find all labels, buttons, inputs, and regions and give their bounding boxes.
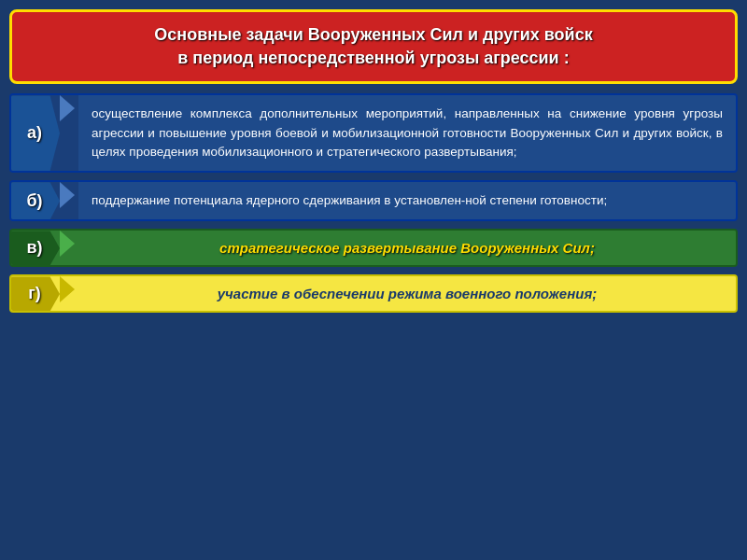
row-b-text: поддержание потенциала ядерного сдержива… [92, 191, 607, 210]
row-v-text: стратегическое развертывание Вооруженных… [92, 240, 723, 256]
arrow-g-icon [60, 276, 75, 302]
row-b: б) поддержание потенциала ядерного сдерж… [9, 180, 738, 221]
row-g-label: г) [11, 276, 60, 311]
row-a: а) осуществление комплекса дополнительны… [9, 93, 738, 173]
row-g: г) участие в обеспечении режима военного… [9, 274, 738, 313]
row-b-label: б) [11, 182, 60, 219]
title-text: Основные задачи Вооруженных Сил и других… [31, 23, 716, 70]
arrow-a-icon [60, 95, 75, 121]
row-v-content: стратегическое развертывание Вооруженных… [78, 231, 736, 265]
row-a-label: а) [11, 95, 60, 171]
row-v-label: в) [11, 231, 60, 265]
title-line1: Основные задачи Вооруженных Сил и других… [154, 25, 592, 44]
row-v: в) стратегическое развертывание Вооружен… [9, 229, 738, 267]
title-line2: в период непосредственной угрозы агресси… [177, 49, 569, 67]
row-g-content: участие в обеспечении режима военного по… [78, 276, 736, 311]
arrow-b-icon [60, 182, 75, 208]
title-box: Основные задачи Вооруженных Сил и других… [9, 9, 738, 84]
row-b-content: поддержание потенциала ядерного сдержива… [78, 182, 736, 219]
arrow-v-icon [60, 231, 75, 257]
row-a-text: осуществление комплекса дополнительных м… [92, 105, 723, 161]
row-a-content: осуществление комплекса дополнительных м… [78, 95, 736, 171]
rows-container: а) осуществление комплекса дополнительны… [9, 93, 738, 313]
row-g-text: участие в обеспечении режима военного по… [92, 286, 723, 301]
